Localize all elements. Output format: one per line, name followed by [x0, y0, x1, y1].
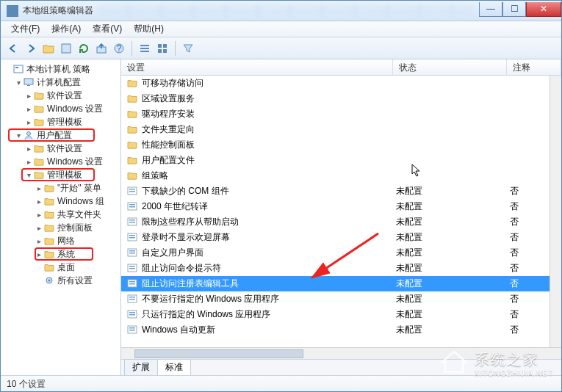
tree-label: 管理模板 — [47, 169, 82, 181]
menu-item[interactable]: 查看(V) — [87, 21, 128, 37]
export-button[interactable] — [93, 40, 109, 57]
svg-rect-21 — [129, 191, 135, 192]
svg-rect-12 — [15, 67, 18, 68]
row-state: 未配置 — [396, 324, 510, 336]
list-row[interactable]: 可移动存储访问 — [121, 76, 561, 91]
folder-icon — [127, 109, 139, 120]
tree-twisty[interactable]: ▾ — [14, 79, 23, 87]
tree-twisty[interactable]: ▸ — [35, 211, 43, 219]
list-row[interactable]: 阻止访问命令提示符未配置否 — [121, 261, 561, 276]
tab-standard[interactable]: 标准 — [157, 359, 191, 375]
menu-item[interactable]: 帮助(H) — [128, 21, 170, 37]
list-row[interactable]: Windows 自动更新未配置否 — [121, 322, 561, 338]
tree-twisty[interactable]: ▸ — [35, 197, 43, 206]
tree-item[interactable]: ▸软件设置 — [1, 89, 120, 102]
svg-rect-27 — [129, 222, 135, 223]
horizontal-scrollbar[interactable] — [121, 347, 561, 359]
svg-rect-48 — [129, 330, 135, 331]
tree-item[interactable]: ▸管理模板 — [1, 115, 120, 128]
row-name: 用户配置文件 — [142, 154, 396, 167]
refresh-button[interactable] — [76, 40, 92, 57]
folder-icon — [43, 209, 55, 219]
tree-item[interactable]: ▸共享文件夹 — [1, 208, 120, 221]
list-body[interactable]: 可移动存储访问区域设置服务驱动程序安装文件夹重定向性能控制面板用户配置文件组策略… — [121, 76, 561, 347]
svg-text:?: ? — [117, 43, 122, 54]
tree-twisty[interactable]: ▸ — [35, 184, 43, 192]
tree-item[interactable]: ▸"开始" 菜单 — [1, 181, 120, 195]
maximize-button[interactable]: ☐ — [502, 2, 526, 17]
tree-twisty[interactable]: ▸ — [35, 250, 43, 258]
svg-rect-24 — [129, 206, 135, 208]
tree-item[interactable]: ▾计算机配置 — [1, 76, 120, 89]
tree-item[interactable]: 桌面 — [1, 261, 120, 274]
list-row[interactable]: 性能控制面板 — [121, 137, 561, 153]
list-row[interactable]: 组策略 — [121, 168, 561, 184]
setting-icon — [127, 186, 139, 197]
list-row[interactable]: 用户配置文件 — [121, 153, 561, 168]
column-note[interactable]: 注释 — [507, 59, 561, 75]
column-name[interactable]: 设置 — [121, 59, 393, 75]
tree-item[interactable]: ▸Windows 组 — [1, 195, 120, 208]
list-row[interactable]: 自定义用户界面未配置否 — [121, 245, 561, 261]
list-row[interactable]: 不要运行指定的 Windows 应用程序未配置否 — [121, 291, 561, 307]
tree-twisty[interactable]: ▾ — [14, 131, 23, 139]
tree-item[interactable]: ▸系统 — [1, 247, 120, 261]
list-row[interactable]: 2000 年世纪转译未配置否 — [121, 199, 561, 214]
list-row[interactable]: 登录时不显示欢迎屏幕未配置否 — [121, 230, 561, 245]
tree-item[interactable]: ▾管理模板 — [1, 168, 120, 181]
tree-item[interactable]: ▸软件设置 — [1, 142, 120, 155]
list-row[interactable]: 下载缺少的 COM 组件未配置否 — [121, 184, 561, 199]
back-button[interactable] — [5, 40, 21, 57]
row-state: 未配置 — [396, 231, 510, 244]
tree-item[interactable]: ▸Windows 设置 — [1, 102, 120, 115]
tree-twisty[interactable]: ▾ — [24, 171, 33, 179]
forward-button[interactable] — [23, 40, 39, 57]
menu-item[interactable]: 操作(A) — [46, 21, 87, 37]
menu-item[interactable]: 文件(F) — [5, 21, 46, 37]
detail-button[interactable] — [154, 40, 170, 57]
column-state[interactable]: 状态 — [393, 59, 507, 75]
list-row[interactable]: 只运行指定的 Windows 应用程序未配置否 — [121, 307, 561, 322]
up-button[interactable] — [40, 40, 57, 57]
tree-pane[interactable]: 本地计算机 策略▾计算机配置▸软件设置▸Windows 设置▸管理模板▾用户配置… — [1, 59, 121, 375]
folder-icon — [43, 236, 55, 246]
tree-item[interactable]: ▸控制面板 — [1, 221, 120, 234]
scrollbar-thumb[interactable] — [134, 349, 303, 358]
tree-item[interactable]: ▸Windows 设置 — [1, 155, 120, 168]
list-row[interactable]: 区域设置服务 — [121, 91, 561, 106]
row-name: 文件夹重定向 — [142, 123, 396, 136]
tree-twisty[interactable]: ▸ — [24, 105, 33, 113]
list-row[interactable]: 阻止访问注册表编辑工具未配置否 — [121, 276, 561, 291]
svg-rect-42 — [129, 299, 135, 300]
list-button[interactable] — [137, 40, 153, 57]
row-name: 性能控制面板 — [142, 139, 396, 151]
folder-icon — [127, 156, 139, 166]
help-button[interactable]: ? — [111, 40, 127, 57]
props-button[interactable] — [58, 40, 74, 57]
tree-item[interactable]: ▸网络 — [1, 234, 120, 247]
tree-item[interactable]: ▾用户配置 — [1, 128, 120, 142]
titlebar[interactable]: 本地组策略编辑器 — ☐ ✕ — [1, 1, 561, 21]
tree-item[interactable]: 所有设置 — [1, 274, 120, 287]
tree-twisty[interactable]: ▸ — [24, 92, 33, 100]
row-state: 未配置 — [396, 262, 510, 275]
list-header[interactable]: 设置 状态 注释 — [121, 59, 561, 76]
svg-rect-45 — [129, 314, 135, 316]
tree-twisty[interactable]: ▸ — [24, 158, 33, 166]
close-button[interactable]: ✕ — [526, 2, 561, 17]
minimize-button[interactable]: — — [479, 2, 502, 17]
vertical-scrollbar[interactable] — [550, 76, 561, 347]
tree-item[interactable]: 本地计算机 策略 — [1, 62, 120, 76]
tab-extended[interactable]: 扩展 — [124, 359, 158, 375]
list-row[interactable]: 文件夹重定向 — [121, 122, 561, 137]
tree-twisty[interactable]: ▸ — [35, 237, 43, 245]
tree-twisty[interactable]: ▸ — [24, 145, 33, 153]
list-row[interactable]: 驱动程序安装 — [121, 106, 561, 122]
tree-label: 软件设置 — [47, 142, 82, 155]
filter-button[interactable] — [180, 40, 196, 57]
list-row[interactable]: 限制这些程序从帮助启动未配置否 — [121, 214, 561, 230]
row-name: 驱动程序安装 — [142, 108, 396, 120]
tree-twisty[interactable]: ▸ — [35, 224, 43, 232]
svg-rect-4 — [140, 45, 149, 46]
tree-twisty[interactable]: ▸ — [24, 118, 33, 126]
